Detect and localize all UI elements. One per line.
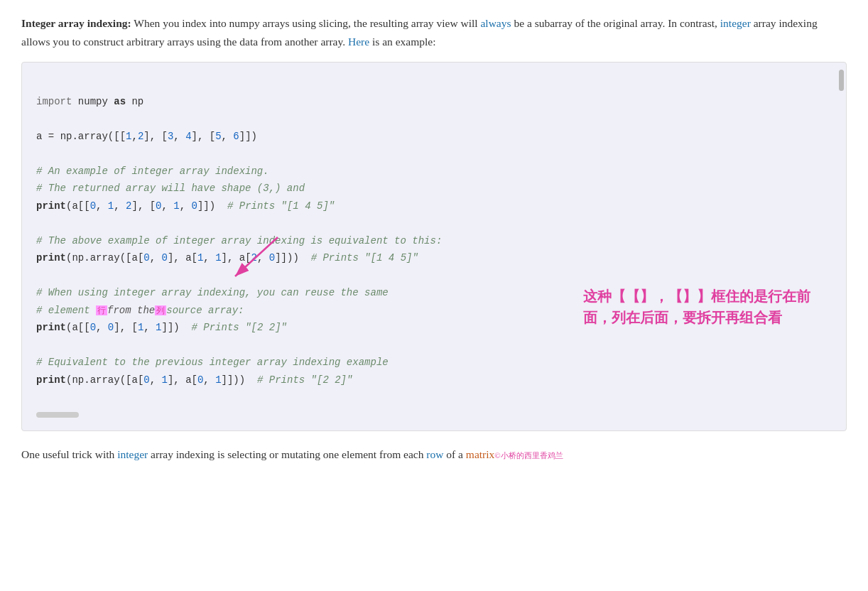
intro-here: Here — [348, 36, 369, 48]
intro-text4: is an example: — [369, 36, 435, 48]
footer-text: One useful trick with — [21, 448, 117, 460]
vertical-scrollbar[interactable] — [839, 70, 844, 91]
code-np2: np — [60, 131, 72, 142]
page-container: Integer array indexing: When you index i… — [21, 14, 847, 463]
intro-always: always — [480, 17, 511, 29]
annotation-line1: 这种【【】，【】】框住的是行在前 — [583, 286, 810, 307]
footer-text3: of a — [443, 448, 465, 460]
horizontal-scrollbar[interactable] — [36, 412, 79, 418]
code-import-keyword: import — [36, 96, 72, 107]
code-comment3: # Prints "[1 4 5]" — [227, 200, 335, 212]
code-block: import numpy as np a = np.array([[1,2], … — [36, 75, 832, 406]
code-a-var: a — [36, 131, 42, 142]
code-comment7: # element 行from the列source array: — [36, 305, 244, 316]
code-n3: 3 — [168, 131, 173, 142]
code-comment10: # Prints "[2 2]" — [257, 374, 352, 386]
code-np: np — [131, 96, 143, 107]
code-n5: 5 — [215, 131, 221, 142]
svg-line-1 — [235, 237, 278, 276]
code-comment6: # When using integer array indexing, you… — [36, 287, 389, 298]
code-comment8: # Prints "[2 2]" — [192, 322, 287, 333]
code-a1: a — [72, 200, 77, 212]
annotation-block: 这种【【】，【】】框住的是行在前 面，列在后面，要拆开再组合看 — [583, 286, 810, 328]
intro-text1: When you index into numpy arrays using s… — [134, 17, 480, 29]
code-comment9: # Equivalent to the previous integer arr… — [36, 357, 389, 368]
intro-integer: integer — [720, 17, 751, 29]
watermark: ©小桥的西里香鸡兰 — [494, 451, 563, 460]
code-print1-kw: print — [36, 200, 66, 212]
code-comment1: # An example of integer array indexing. — [36, 166, 269, 177]
intro-paragraph: Integer array indexing: When you index i… — [21, 14, 847, 50]
code-print2-kw: print — [36, 252, 66, 264]
annotation-line2: 面，列在后面，要拆开再组合看 — [583, 307, 810, 328]
code-numpy: numpy — [78, 96, 108, 107]
code-array-fn: array — [78, 131, 108, 142]
code-as-keyword: as — [114, 96, 126, 107]
code-print3-kw: print — [36, 322, 66, 333]
code-area: import numpy as np a = np.array([[1,2], … — [36, 75, 832, 406]
intro-text2: be a subarray of the original array. In … — [511, 17, 720, 29]
code-block-container: import numpy as np a = np.array([[1,2], … — [21, 62, 847, 431]
code-comment2: # The returned array will have shape (3,… — [36, 183, 305, 194]
footer-paragraph: One useful trick with integer array inde… — [21, 445, 847, 464]
intro-bold: Integer array indexing: — [21, 17, 131, 29]
code-comment5: # Prints "[1 4 5]" — [311, 252, 418, 264]
footer-blue1: integer — [117, 448, 148, 460]
code-n1: 1 — [126, 131, 131, 142]
footer-blue2: row — [426, 448, 443, 460]
footer-orange: matrix — [466, 448, 494, 460]
code-n4: 4 — [185, 131, 191, 142]
code-n2: 2 — [138, 131, 143, 142]
scrollbar-area[interactable] — [36, 409, 832, 418]
code-n6: 6 — [233, 131, 239, 142]
footer-text2: array indexing is selecting or mutating … — [148, 448, 426, 460]
arrow-indicator — [221, 230, 292, 293]
code-print4-kw: print — [36, 374, 66, 386]
